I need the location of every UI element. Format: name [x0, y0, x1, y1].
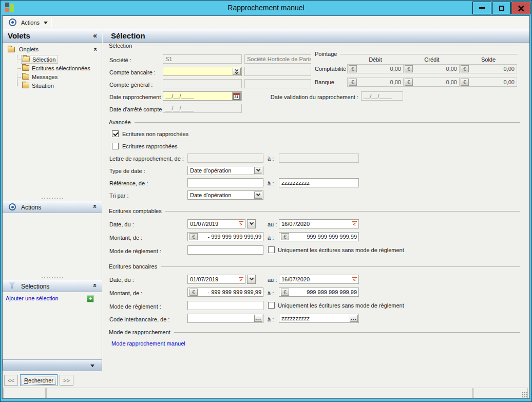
sans-mode-checkbox[interactable] — [268, 246, 275, 253]
sidebar-item-situation[interactable]: Situation — [21, 81, 56, 90]
ecritures-non-rapprochees-checkbox[interactable] — [112, 130, 119, 137]
add-selection-plus-button[interactable]: + — [87, 295, 94, 302]
date-nav-prev-icon[interactable]: < — [351, 276, 358, 283]
date-dropdown-button[interactable] — [247, 275, 256, 284]
date-du-label: Date, du : — [109, 277, 134, 283]
tree-connector — [17, 60, 21, 60]
euro-icon[interactable]: € — [349, 65, 357, 72]
pointage-cell: €0,00 — [459, 64, 517, 73]
actions-target-icon — [9, 18, 16, 26]
minimize-button[interactable] — [472, 2, 491, 14]
date-rapprochement-input[interactable]: __/__/____ 31 — [163, 91, 242, 101]
montant-value: 999 999 999 999,99 — [291, 234, 357, 240]
open-folder-icon — [22, 56, 30, 62]
sans-mode-checkbox[interactable] — [268, 302, 275, 309]
date-nav-prev-icon[interactable]: < — [351, 220, 358, 227]
maximize-button[interactable] — [492, 2, 511, 14]
chevron-down-icon[interactable] — [254, 167, 262, 174]
lettre-to-field — [279, 154, 359, 163]
window-title: Rapprochement manuel — [0, 4, 532, 12]
montant-to-input[interactable]: € 999 999 999 999,99 — [279, 232, 359, 241]
compte-bancaire-input[interactable] — [163, 67, 242, 76]
euro-icon[interactable]: € — [281, 233, 289, 240]
reference-from-input[interactable] — [187, 178, 263, 187]
tri-par-select[interactable]: Date d'opération — [187, 190, 263, 200]
montant-value: 999 999 999 999,99 — [291, 289, 357, 295]
pointage-col-credit: Crédit — [404, 56, 460, 63]
compte-general-name-field — [244, 79, 311, 88]
mode-rapprochement-manuel-link[interactable]: Mode rapprochement manuel — [111, 340, 185, 347]
next-button[interactable]: >> — [60, 375, 73, 386]
date-from-input[interactable]: 01/07/2019 > — [187, 219, 245, 228]
actions-panel-header[interactable]: Actions « — [3, 201, 102, 213]
montant-to-input[interactable]: € 999 999 999 999,99 — [279, 288, 359, 297]
selections-panel-header[interactable]: Sélections « — [3, 280, 102, 292]
code-from-input[interactable]: ... — [187, 314, 263, 323]
collapse-selections-icon[interactable]: « — [92, 284, 99, 288]
title-bar: Rapprochement manuel — [0, 0, 532, 15]
date-to-input[interactable]: 16/07/2020 < — [279, 219, 359, 228]
tree-item-label: Sélection — [32, 56, 55, 63]
chevron-down-icon[interactable] — [254, 192, 262, 199]
date-nav-next-icon[interactable]: > — [237, 220, 244, 227]
date-arrete-field: __/__/____ — [163, 104, 242, 113]
sidebar-item-selection[interactable]: Sélection — [21, 55, 58, 64]
collapse-actions-icon[interactable]: « — [92, 205, 99, 208]
type-date-select[interactable]: Date d'opération — [187, 166, 263, 175]
euro-icon[interactable]: € — [349, 79, 357, 86]
euro-icon[interactable]: € — [461, 65, 469, 72]
date-value: 16/07/2020 — [281, 221, 310, 227]
sidebar-header: Volets « — [3, 29, 102, 43]
pointage-cell: €0,00 — [347, 78, 404, 87]
euro-icon[interactable]: € — [189, 233, 198, 240]
resize-grip[interactable] — [522, 392, 527, 397]
ecritures-rapprochees-checkbox[interactable] — [112, 143, 119, 149]
selections-panel-label: Sélections — [21, 283, 49, 290]
sidebar-item-ecritures-selectionnees[interactable]: Ecritures sélectionnées — [21, 64, 92, 72]
montant-from-input[interactable]: € - 999 999 999 999,99 — [187, 288, 263, 297]
euro-icon[interactable]: € — [189, 289, 198, 296]
sidebar-item-messages[interactable]: Messages — [21, 72, 60, 81]
panel-splitter[interactable] — [3, 197, 102, 200]
sidebar-collapse-bar[interactable] — [3, 359, 102, 371]
add-selection-link[interactable]: Ajouter une sélection — [6, 295, 59, 301]
double-chevron-down-icon[interactable] — [233, 68, 241, 75]
selection-group-header: Sélection — [109, 43, 520, 49]
close-button[interactable] — [511, 2, 530, 14]
societe-name-field: Société Horticole de Paris — [244, 54, 311, 64]
group-label: Ecritures comptables — [109, 208, 162, 214]
collapse-onglets-icon[interactable]: « — [92, 48, 100, 51]
panel-splitter[interactable] — [3, 276, 102, 279]
mode-reglement-input[interactable] — [187, 301, 263, 310]
date-du-label: Date, du : — [109, 221, 134, 227]
collapse-sidebar-icon[interactable]: « — [93, 31, 97, 40]
calendar-icon[interactable]: 31 — [232, 92, 241, 100]
search-button[interactable]: Rechercher — [20, 374, 58, 386]
montant-from-input[interactable]: € - 999 999 999 999,99 — [187, 232, 263, 241]
onglets-label: Onglets — [19, 46, 39, 52]
filter-funnel-icon — [9, 282, 15, 289]
euro-icon[interactable]: € — [405, 65, 413, 72]
maximize-icon — [499, 6, 504, 11]
date-nav-next-icon[interactable]: > — [237, 276, 244, 283]
date-value: 01/07/2019 — [190, 276, 218, 282]
pointage-cell: €0,00 — [347, 64, 404, 73]
actions-menu-button[interactable]: Actions — [21, 20, 40, 26]
date-from-input[interactable]: 01/07/2019 > — [187, 275, 245, 284]
onglets-group-header[interactable]: Onglets — [5, 45, 100, 54]
euro-icon[interactable]: € — [281, 289, 289, 296]
euro-icon[interactable]: € — [405, 79, 413, 86]
previous-button[interactable]: << — [4, 375, 18, 386]
browse-ellipsis-button[interactable]: ... — [350, 315, 358, 322]
dropdown-arrow-icon[interactable] — [44, 22, 48, 24]
browse-ellipsis-button[interactable]: ... — [254, 315, 262, 322]
statusbar-cell-middle — [46, 388, 473, 398]
mode-reglement-input[interactable] — [187, 245, 263, 255]
euro-icon[interactable]: € — [461, 79, 469, 86]
reference-to-input[interactable]: zzzzzzzzzz — [279, 178, 359, 187]
code-to-input[interactable]: zzzzzzzzzz ... — [279, 314, 359, 323]
au-label: au : — [268, 221, 277, 227]
group-label: Sélection — [109, 43, 132, 49]
date-to-input[interactable]: 16/07/2020 < — [279, 275, 359, 284]
date-dropdown-button[interactable] — [247, 219, 256, 228]
